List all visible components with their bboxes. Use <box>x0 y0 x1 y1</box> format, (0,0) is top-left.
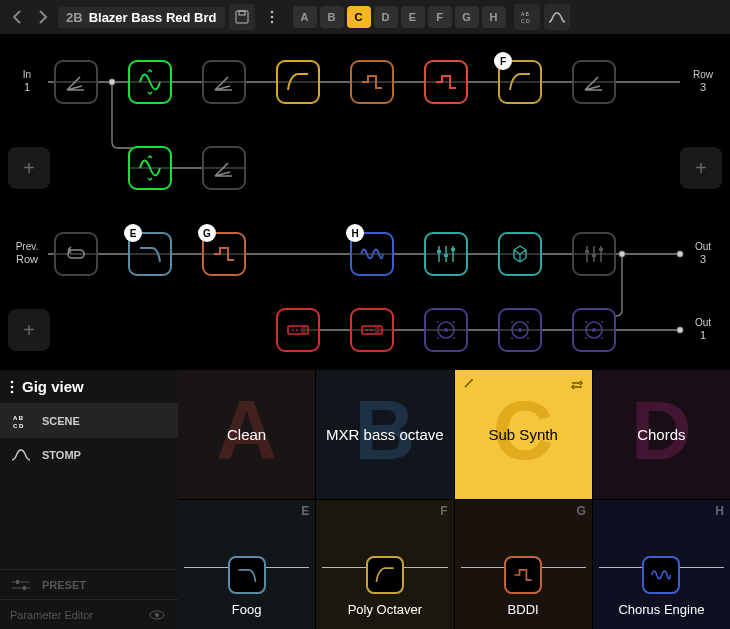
row1-output-label: Row3 <box>684 69 722 94</box>
block-wave[interactable] <box>424 60 468 104</box>
block-osc[interactable] <box>128 60 172 104</box>
block-cube[interactable] <box>498 232 542 276</box>
svg-rect-0 <box>236 11 248 23</box>
preset-slot-label: 2B <box>66 10 83 25</box>
card-grid: ACleanBMXR bass octaveCSub SynthDChordsE… <box>178 370 730 629</box>
scene-card-label: Clean <box>221 426 272 444</box>
stomp-card-letter: G <box>576 504 585 518</box>
block-split[interactable] <box>202 146 246 190</box>
stomp-badge: H <box>346 224 364 242</box>
block-wave[interactable] <box>350 60 394 104</box>
scene-card-label: Chords <box>631 426 691 444</box>
row4-add-left-button[interactable]: + <box>8 309 50 351</box>
signal-chain-area: In1 Row3 F + + Prev.Row Out3 EGH + Out1 <box>0 34 730 370</box>
preset-name-label: Blazer Bass Red Brd <box>89 10 217 25</box>
stomp-card-letter: H <box>715 504 724 518</box>
block-filter[interactable]: F <box>498 60 542 104</box>
scene-tab-b[interactable]: B <box>320 6 344 28</box>
scene-tab-a[interactable]: A <box>293 6 317 28</box>
scene-card-a[interactable]: AClean <box>178 370 315 499</box>
svg-point-3 <box>270 16 273 19</box>
stomp-badge: G <box>198 224 216 242</box>
svg-point-2 <box>270 11 273 14</box>
more-menu-button[interactable] <box>259 4 285 30</box>
block-osc[interactable] <box>128 146 172 190</box>
block-split[interactable] <box>202 60 246 104</box>
block-eq[interactable] <box>424 232 468 276</box>
scene-mode-button[interactable]: A BC D <box>514 4 540 30</box>
scene-mode-row[interactable]: A BC D SCENE <box>0 404 178 438</box>
svg-point-39 <box>437 321 439 323</box>
row4-output-label: Out1 <box>684 317 722 342</box>
svg-rect-26 <box>599 248 603 251</box>
svg-rect-18 <box>437 250 441 253</box>
svg-point-45 <box>511 321 513 323</box>
parameter-editor-row[interactable]: Parameter Editor <box>0 599 178 629</box>
svg-point-44 <box>518 328 522 332</box>
svg-rect-1 <box>239 11 245 15</box>
stomp-card-f[interactable]: FPoly Octaver <box>316 500 453 629</box>
stomp-card-label: Poly Octaver <box>348 602 422 617</box>
block-loop[interactable] <box>54 232 98 276</box>
bottom-panel: Gig view A BC D SCENE STOMP PRESET Param… <box>0 370 730 629</box>
svg-point-50 <box>592 328 596 332</box>
svg-point-28 <box>292 329 294 331</box>
stomp-card-g[interactable]: GBDDI <box>455 500 592 629</box>
scene-tabs: ABCDEFGH <box>293 6 506 28</box>
block-knob[interactable] <box>498 308 542 352</box>
svg-point-42 <box>453 337 455 339</box>
scene-tab-d[interactable]: D <box>374 6 398 28</box>
block-rack[interactable] <box>350 308 394 352</box>
stomp-card-e[interactable]: EFoog <box>178 500 315 629</box>
block-knob[interactable] <box>572 308 616 352</box>
svg-rect-63 <box>23 586 26 590</box>
block-split[interactable] <box>54 60 98 104</box>
stomp-card-h[interactable]: HChorus Engine <box>593 500 730 629</box>
block-filter[interactable] <box>276 60 320 104</box>
block-rack[interactable] <box>276 308 320 352</box>
block-eq[interactable] <box>572 232 616 276</box>
preset-title[interactable]: 2B Blazer Bass Red Brd <box>58 7 225 28</box>
scene-tab-f[interactable]: F <box>428 6 452 28</box>
scene-card-label: Sub Synth <box>483 426 564 444</box>
stomp-mode-row[interactable]: STOMP <box>0 438 178 472</box>
scene-tab-c[interactable]: C <box>347 6 371 28</box>
scene-tab-e[interactable]: E <box>401 6 425 28</box>
block-wave[interactable]: G <box>202 232 246 276</box>
visibility-icon <box>146 610 168 620</box>
scene-tab-g[interactable]: G <box>455 6 479 28</box>
block-knob[interactable] <box>424 308 468 352</box>
prev-preset-button[interactable] <box>6 4 28 30</box>
scene-card-c[interactable]: CSub Synth <box>455 370 592 499</box>
svg-point-48 <box>527 337 529 339</box>
block-mod[interactable]: H <box>350 232 394 276</box>
gigview-header[interactable]: Gig view <box>0 370 178 404</box>
svg-point-51 <box>585 321 587 323</box>
save-preset-button[interactable] <box>229 4 255 30</box>
svg-point-56 <box>11 385 14 388</box>
preset-row[interactable]: PRESET <box>0 569 178 599</box>
stomp-pedal-icon <box>10 448 32 462</box>
scene-card-b[interactable]: BMXR bass octave <box>316 370 453 499</box>
gigview-sidebar: Gig view A BC D SCENE STOMP PRESET Param… <box>0 370 178 629</box>
svg-point-52 <box>601 321 603 323</box>
row2-add-right-button[interactable]: + <box>680 147 722 189</box>
row2-add-left-button[interactable]: + <box>8 147 50 189</box>
next-preset-button[interactable] <box>32 4 54 30</box>
svg-text:C D: C D <box>521 18 530 24</box>
block-split[interactable] <box>572 60 616 104</box>
stomp-mode-button[interactable] <box>544 4 570 30</box>
svg-rect-62 <box>16 580 19 584</box>
svg-point-46 <box>527 321 529 323</box>
svg-point-57 <box>11 390 14 393</box>
svg-rect-20 <box>451 248 455 251</box>
stomp-card-label: Foog <box>232 602 262 617</box>
block-lpf[interactable]: E <box>128 232 172 276</box>
scene-card-d[interactable]: DChords <box>593 370 730 499</box>
svg-point-54 <box>601 337 603 339</box>
scene-tab-h[interactable]: H <box>482 6 506 28</box>
svg-point-53 <box>585 337 587 339</box>
svg-text:A B: A B <box>521 11 529 17</box>
svg-point-65 <box>155 613 159 617</box>
row3-input-label: Prev.Row <box>8 241 46 266</box>
